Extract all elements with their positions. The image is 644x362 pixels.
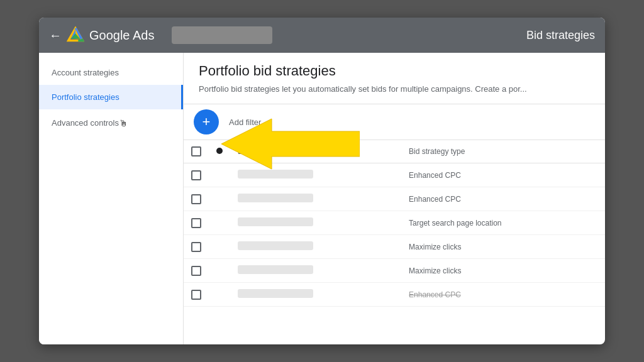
- header-bid-strategy[interactable]: Bid strategy ↑: [230, 140, 401, 163]
- sidebar-item-label: Account strategies: [52, 68, 119, 77]
- header-checkbox-col: [184, 140, 209, 163]
- content-header: Portfolio bid strategies Portfolio bid s…: [184, 53, 605, 104]
- table-row: Enhanced CPC: [184, 187, 605, 211]
- table-row: Enhanced CPC: [184, 163, 605, 187]
- cursor-icon: 🖱: [119, 118, 128, 128]
- strategy-type-cell: Enhanced CPC: [401, 283, 605, 307]
- app-name: Google Ads: [89, 28, 154, 43]
- back-button[interactable]: ←: [49, 28, 62, 43]
- status-dot-header: [216, 148, 223, 154]
- page-title: Bid strategies: [526, 29, 595, 42]
- app-logo: Google Ads: [67, 26, 154, 44]
- add-filter-button[interactable]: Add filter: [224, 115, 266, 129]
- content-title: Portfolio bid strategies: [199, 63, 590, 79]
- content-area: Portfolio bid strategies Portfolio bid s…: [184, 53, 605, 344]
- sidebar-item-account-strategies[interactable]: Account strategies: [39, 60, 183, 85]
- table-row: Maximize clicks: [184, 235, 605, 259]
- row-checkbox[interactable]: [191, 242, 201, 252]
- app-window: ← Google Ads Bid strategies Account str: [39, 18, 605, 344]
- titlebar: ← Google Ads Bid strategies: [39, 18, 605, 53]
- strategy-name-blurred: [238, 265, 313, 274]
- strategy-name-blurred: [238, 289, 313, 298]
- strategy-type-cell: Maximize clicks: [401, 259, 605, 283]
- strategy-name-blurred: [238, 241, 313, 250]
- table-row: Enhanced CPC: [184, 283, 605, 307]
- strategy-name-blurred: [238, 170, 313, 178]
- sidebar-item-label: Portfolio strategies: [52, 92, 119, 102]
- strategies-table: Bid strategy ↑ Bid strategy type Enhance…: [184, 140, 605, 307]
- row-checkbox[interactable]: [191, 290, 201, 300]
- strategy-type-cell: Maximize clicks: [401, 235, 605, 259]
- sidebar: Account strategies Portfolio strategies …: [39, 53, 184, 344]
- row-checkbox[interactable]: [191, 218, 201, 228]
- google-ads-logo-icon: [67, 26, 84, 44]
- row-checkbox[interactable]: [191, 194, 201, 204]
- bid-strategy-col-label: Bid strategy: [238, 147, 277, 156]
- table-container: Bid strategy ↑ Bid strategy type Enhance…: [184, 140, 605, 344]
- table-header-row: Bid strategy ↑ Bid strategy type: [184, 140, 605, 163]
- row-checkbox[interactable]: [191, 266, 201, 276]
- strategy-name-blurred: [238, 217, 313, 226]
- main-layout: Account strategies Portfolio strategies …: [39, 53, 605, 344]
- content-description: Portfolio bid strategies let you automat…: [199, 84, 590, 94]
- header-dot-col: [209, 140, 230, 163]
- header-bid-strategy-type: Bid strategy type: [401, 140, 605, 163]
- strategy-name-blurred: [238, 194, 313, 202]
- strategy-type-cell: Enhanced CPC: [401, 163, 605, 187]
- sidebar-item-advanced-controls[interactable]: Advanced controls 🖱: [39, 109, 183, 136]
- sidebar-item-label: Advanced controls: [52, 118, 119, 128]
- titlebar-blurred-area: [172, 26, 272, 44]
- sort-arrow-icon: ↑: [282, 147, 286, 156]
- table-row: Target search page location: [184, 211, 605, 235]
- sidebar-item-portfolio-strategies[interactable]: Portfolio strategies: [39, 85, 183, 109]
- add-strategy-button[interactable]: +: [194, 109, 219, 134]
- toolbar: + Add filter: [184, 104, 605, 140]
- select-all-checkbox[interactable]: [191, 146, 201, 156]
- table-row: Maximize clicks: [184, 259, 605, 283]
- strategy-type-cell: Enhanced CPC: [401, 187, 605, 211]
- strategy-type-cell: Target search page location: [401, 211, 605, 235]
- row-checkbox[interactable]: [191, 170, 201, 180]
